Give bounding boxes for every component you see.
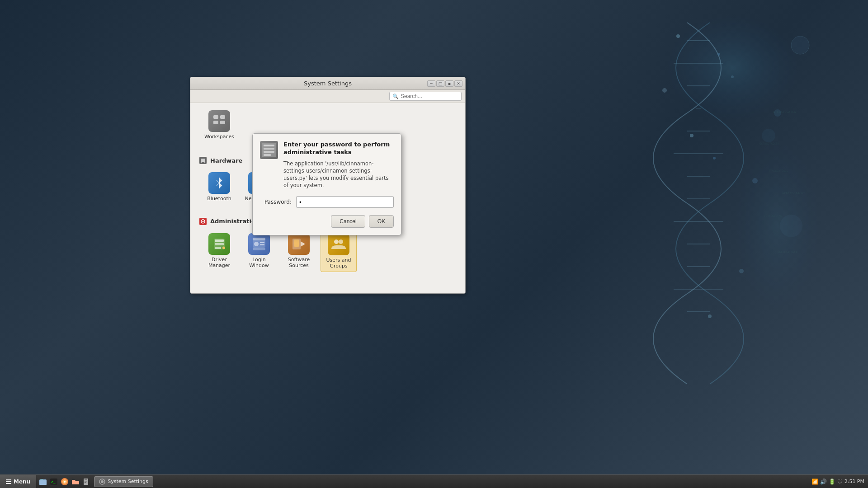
minimize-button[interactable]: ─ [427,80,435,87]
svg-rect-61 [260,244,264,245]
svg-rect-74 [6,481,11,482]
bluetooth-icon [208,172,230,194]
svg-text:>_: >_ [51,480,56,484]
password-input[interactable] [296,196,394,208]
search-icon: 🔍 [392,94,399,99]
cancel-button[interactable]: Cancel [331,215,365,228]
svg-marker-65 [301,241,305,247]
system-settings-taskbar-icon [99,479,105,485]
svg-rect-75 [6,483,11,484]
svg-rect-77 [39,480,47,485]
svg-text:GCTAGCTAGCTA: GCTAGCTAGCTA [760,142,779,145]
users-groups-item[interactable]: Users and Groups [321,230,357,272]
workspaces-icon-item[interactable]: Workspaces [201,108,237,142]
svg-text:CCTAGGCCTAG: CCTAGGCCTAG [764,214,782,217]
users-groups-icon [328,234,349,255]
taskbar-apps: >_ [36,475,93,488]
password-dialog: Enter your password to perform administr… [252,133,401,235]
driver-manager-label: Driver Manager [203,257,236,268]
svg-point-66 [334,239,339,244]
svg-point-56 [222,246,225,249]
svg-text:ACGTTGCAACGT: ACGTTGCAACGT [782,192,805,195]
taskbar-right: 📶 🔊 🔋 🛡 2:51 PM [808,479,868,485]
search-input[interactable] [401,93,455,99]
driver-manager-item[interactable]: Driver Manager [201,230,237,272]
svg-point-19 [690,134,693,137]
svg-rect-36 [213,121,218,124]
shield-tray-icon: 🛡 [837,479,843,485]
dialog-title: Enter your password to perform administr… [283,141,394,156]
svg-point-15 [676,34,680,38]
svg-rect-38 [201,159,205,162]
taskbar-browser-icon[interactable] [60,477,70,487]
ok-button[interactable]: OK [369,215,394,228]
maximize-button[interactable]: □ [436,80,444,87]
taskbar-folder-icon[interactable] [71,477,80,487]
svg-rect-86 [85,482,86,483]
password-field-row: Password: [260,196,394,208]
close-button[interactable]: ✕ [454,80,462,87]
svg-rect-73 [6,479,11,480]
svg-rect-55 [215,247,221,249]
svg-point-18 [731,75,734,78]
svg-point-88 [101,480,104,483]
audio-tray-icon: 🔊 [820,479,827,485]
window-title: System Settings [304,80,352,87]
svg-rect-70 [264,148,274,150]
menu-icon [5,479,12,485]
svg-rect-85 [85,481,87,482]
taskbar-files-icon[interactable] [81,477,91,487]
login-window-item[interactable]: Login Window [241,230,277,272]
svg-text:GGATCGATCGAT: GGATCGATCGAT [778,250,797,253]
svg-rect-64 [294,239,299,247]
svg-rect-71 [264,151,274,153]
battery-tray-icon: 🔋 [829,479,835,485]
svg-point-26 [762,129,775,142]
system-settings-taskbar-btn[interactable]: System Settings [94,476,153,487]
system-settings-taskbar-label: System Settings [108,479,148,484]
window-controls: ─ □ ▪ ✕ [427,80,462,87]
svg-point-1 [732,136,823,316]
menu-label: Menu [14,479,30,485]
svg-rect-62 [253,248,265,250]
svg-point-51 [203,221,204,222]
svg-rect-35 [220,115,225,119]
search-bar: 🔍 [190,90,465,103]
svg-point-27 [780,215,802,237]
svg-point-82 [64,481,66,483]
menu-button[interactable]: Menu [0,475,36,488]
login-window-label: Login Window [243,257,275,268]
taskbar-terminal-icon[interactable]: >_ [49,477,59,487]
svg-point-16 [717,53,720,56]
dna-decoration: ATCGATCGATCG GCTAGCTAGCTA TTACGGATCAGG A… [552,0,845,407]
dialog-text: Enter your password to perform administr… [283,141,394,189]
network-tray-icon: 📶 [811,479,818,485]
taskbar: Menu >_ [0,474,868,488]
svg-rect-58 [253,238,265,240]
svg-rect-54 [215,243,224,245]
svg-rect-60 [260,242,264,243]
svg-point-24 [708,314,712,318]
driver-manager-icon [208,233,230,255]
svg-point-21 [752,178,758,183]
dialog-icon-area [260,141,278,159]
taskbar-filemanager-icon[interactable] [38,477,48,487]
svg-rect-53 [215,239,224,242]
window-titlebar: System Settings ─ □ ▪ ✕ [190,77,465,90]
restore-button[interactable]: ▪ [445,80,453,87]
svg-point-0 [665,14,800,122]
clock: 2:51 PM [844,479,864,484]
svg-rect-37 [220,121,225,124]
hardware-section-title: Hardware [210,157,242,164]
software-sources-item[interactable]: Software Sources [281,230,317,272]
svg-point-59 [254,242,259,246]
users-groups-label: Users and Groups [323,257,354,269]
bluetooth-item[interactable]: Bluetooth [201,169,237,210]
search-wrapper[interactable]: 🔍 [389,92,462,101]
svg-point-23 [739,269,744,273]
workspaces-icon [208,110,230,132]
svg-point-17 [662,88,667,93]
svg-rect-34 [213,115,218,119]
svg-rect-69 [264,145,274,146]
bluetooth-label: Bluetooth [207,196,231,202]
